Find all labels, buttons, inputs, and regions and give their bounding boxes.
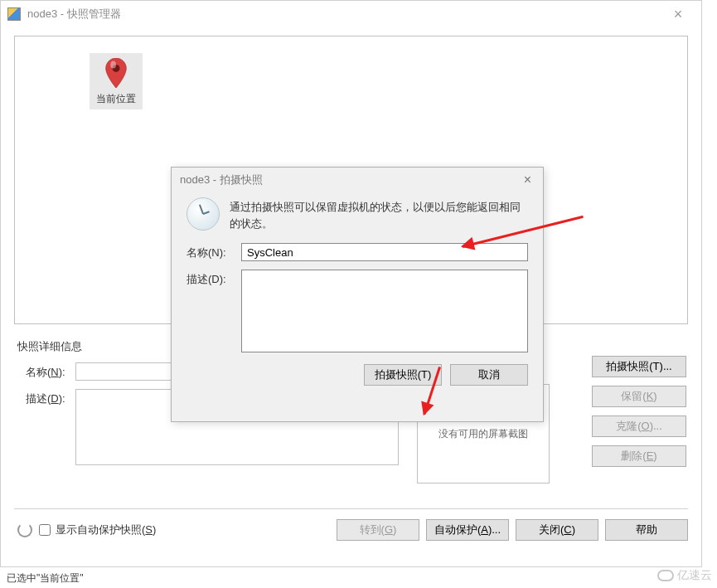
current-node-label: 当前位置 — [96, 92, 136, 106]
modal-desc-label: 描述(D): — [187, 270, 241, 287]
close-button[interactable]: 关闭(C) — [516, 519, 598, 541]
refresh-icon[interactable] — [17, 522, 32, 537]
location-pin-icon — [104, 58, 128, 90]
main-window-title: node3 - 快照管理器 — [27, 7, 661, 22]
goto-button[interactable]: 转到(G) — [337, 519, 419, 541]
right-button-column: 拍摄快照(T)... 保留(K) 克隆(O)... 删除(E) — [592, 356, 686, 467]
clock-icon — [187, 197, 220, 231]
modal-titlebar: node3 - 拍摄快照 × — [172, 168, 543, 192]
take-snapshot-button[interactable]: 拍摄快照(T)... — [592, 356, 686, 377]
show-autoprotect-label: 显示自动保护快照(S) — [56, 522, 156, 537]
status-bar: 已选中"当前位置" — [0, 568, 717, 588]
delete-button[interactable]: 删除(E) — [592, 445, 686, 467]
modal-desc-textarea[interactable] — [241, 270, 528, 352]
modal-info-row: 通过拍摄快照可以保留虚拟机的状态，以便以后您能返回相同的状态。 — [187, 197, 528, 231]
bottom-toolbar: 显示自动保护快照(S) 转到(G) 自动保护(A)... 关闭(C) 帮助 — [14, 508, 688, 542]
help-button[interactable]: 帮助 — [605, 519, 688, 541]
autoprotect-button[interactable]: 自动保护(A)... — [426, 519, 509, 541]
modal-close-button[interactable]: × — [521, 173, 535, 187]
details-name-label: 名称(N): — [26, 362, 75, 380]
modal-info-text: 通过拍摄快照可以保留虚拟机的状态，以便以后您能返回相同的状态。 — [230, 197, 528, 231]
modal-take-snapshot-button[interactable]: 拍摄快照(T) — [364, 364, 442, 386]
clone-button[interactable]: 克隆(O)... — [592, 415, 686, 437]
modal-name-label: 名称(N): — [187, 243, 241, 260]
take-snapshot-dialog: node3 - 拍摄快照 × 通过拍摄快照可以保留虚拟机的状态，以便以后您能返回… — [171, 167, 544, 422]
modal-title: node3 - 拍摄快照 — [180, 173, 521, 187]
svg-point-1 — [110, 61, 116, 68]
vmware-app-icon — [7, 7, 21, 21]
main-titlebar: node3 - 快照管理器 × — [1, 1, 701, 27]
modal-name-input[interactable] — [241, 243, 528, 261]
current-position-node[interactable]: 当前位置 — [90, 53, 143, 109]
show-autoprotect-checkbox-wrap[interactable]: 显示自动保护快照(S) — [39, 522, 330, 537]
details-desc-label: 描述(D): — [26, 389, 75, 406]
show-autoprotect-checkbox[interactable] — [39, 524, 51, 536]
main-close-button[interactable]: × — [661, 2, 695, 26]
modal-cancel-button[interactable]: 取消 — [450, 364, 528, 386]
keep-button[interactable]: 保留(K) — [592, 386, 686, 407]
